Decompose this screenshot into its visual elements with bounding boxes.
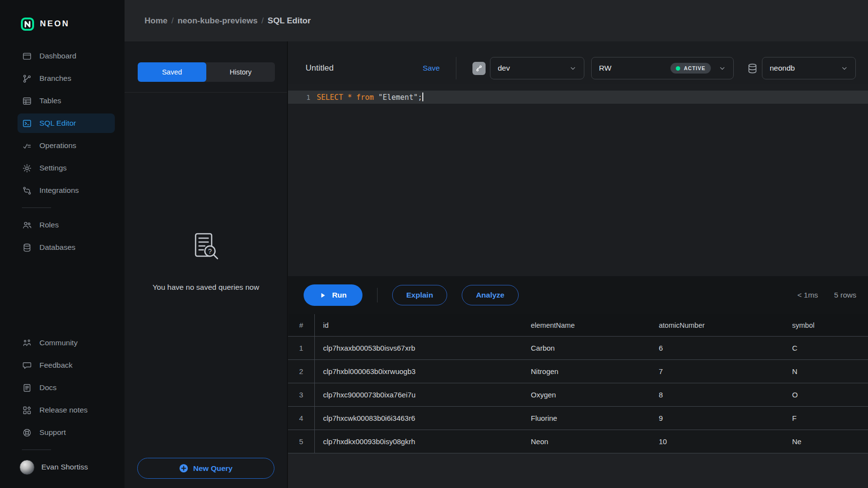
sidebar-item-branches[interactable]: Branches [18,67,115,90]
cell-symbol: N [784,367,868,375]
sidebar-item-label: Docs [39,383,56,392]
sidebar-item-tables[interactable]: Tables [18,90,115,112]
database-icon [22,243,32,253]
toolbar-divider [377,288,378,302]
branch-select-value: dev [498,64,510,73]
sidebar-item-roles[interactable]: Roles [18,214,115,236]
cell-atomicNumber: 9 [651,414,784,422]
query-row-count: 5 rows [834,291,856,300]
user-name: Evan Shortiss [41,463,88,471]
breadcrumb-home[interactable]: Home [145,16,167,25]
column-header: # [288,314,315,336]
query-title[interactable]: Untitled [306,63,334,73]
queries-panel-divider [125,92,287,93]
cell-atomicNumber: 6 [651,344,784,352]
sidebar-item-label: Release notes [39,406,88,414]
users-icon [22,220,32,230]
sidebar-item-community[interactable]: Community [18,332,115,354]
sidebar-item-label: Branches [39,74,71,83]
new-query-label: New Query [193,464,233,473]
operations-icon [22,141,32,151]
breadcrumb-project[interactable]: neon-kube-previews [178,16,257,25]
branch-select[interactable]: dev [490,57,584,79]
queries-panel: Saved History ? You have no saved querie… [125,41,288,488]
sidebar-nav: Dashboard Branches Tables [0,45,125,259]
sidebar-item-databases[interactable]: Databases [18,236,115,259]
cell-symbol: F [784,414,868,422]
play-icon [319,292,326,299]
sidebar-item-support[interactable]: Support [18,421,115,444]
line-number: 1 [288,94,310,101]
compute-select[interactable]: RW ACTIVE [591,57,734,79]
table-row[interactable]: 1 clp7hxaxb00053b0isvs67xrb Carbon 6 C [288,337,868,360]
support-icon [22,428,32,438]
sidebar-item-sql-editor[interactable]: SQL Editor [18,113,115,133]
tab-history[interactable]: History [206,62,275,82]
topbar: Home/neon-kube-previews/SQL Editor [125,0,868,41]
cell-elementName: Nitrogen [523,367,651,375]
explain-button[interactable]: Explain [392,285,447,305]
sidebar-item-operations[interactable]: Operations [18,134,115,157]
table-row[interactable]: 2 clp7hxbl000063b0ixrwuogb3 Nitrogen 7 N [288,360,868,383]
sidebar-item-release-notes[interactable]: Release notes [18,399,115,421]
column-header: id [315,321,523,329]
row-index: 1 [288,337,315,359]
table-row[interactable]: 4 clp7hxcwk00083b0i6i3463r6 Fluorine 9 F [288,407,868,430]
sidebar-item-feedback[interactable]: Feedback [18,354,115,376]
code-text: SELECT * from "Element"; [310,93,423,102]
sql-code-editor[interactable]: 1 SELECT * from "Element"; [288,84,868,276]
sidebar-footer: Community Feedback Docs [0,332,125,488]
sidebar-item-label: Integrations [39,186,79,195]
integrations-icon [22,186,32,196]
sidebar-item-settings[interactable]: Settings [18,157,115,179]
row-index: 2 [288,360,315,383]
sidebar-footer-divider [22,450,51,450]
column-header: symbol [784,321,868,329]
table-header-row: # id elementName atomicNumber symbol [288,314,868,337]
code-line-1[interactable]: 1 SELECT * from "Element"; [288,91,868,104]
neon-logo-icon [21,18,34,31]
sidebar-item-docs[interactable]: Docs [18,376,115,399]
release-notes-icon [22,405,32,415]
save-button[interactable]: Save [423,64,440,73]
sidebar-item-label: Tables [39,96,61,105]
sidebar-item-label: Support [39,428,66,437]
analyze-button[interactable]: Analyze [462,285,519,305]
empty-state-text: You have no saved queries now [152,283,259,292]
sidebar-item-label: Community [39,338,77,347]
database-select[interactable]: neondb [762,57,856,79]
tab-saved[interactable]: Saved [138,62,206,82]
chevron-down-icon [569,65,577,72]
sidebar-item-label: Settings [39,164,67,172]
run-button[interactable]: Run [304,284,362,306]
feedback-icon [22,360,32,371]
sidebar-item-label: Dashboard [39,52,76,60]
database-select-value: neondb [770,64,795,73]
table-row[interactable]: 5 clp7hxdkx00093b0isy08gkrh Neon 10 Ne [288,430,868,453]
status-badge: ACTIVE [670,63,711,74]
table-row[interactable]: 3 clp7hxc9000073b0ixa76ei7u Oxygen 8 O [288,383,868,407]
cell-symbol: C [784,344,868,352]
sidebar-item-label: Feedback [39,361,72,370]
cell-id: clp7hxc9000073b0ixa76ei7u [315,391,523,399]
cell-symbol: O [784,391,868,399]
database-icon [746,62,759,75]
query-stats: < 1ms 5 rows [797,291,856,300]
chevron-down-icon [719,65,726,72]
sidebar-item-label: SQL Editor [39,119,76,128]
new-query-button[interactable]: New Query [137,458,274,479]
empty-state: ? You have no saved queries now [125,231,287,292]
cell-symbol: Ne [784,437,868,446]
brand-logo[interactable]: NEON [0,0,125,34]
breadcrumb-page: SQL Editor [268,16,310,25]
sidebar: NEON Dashboard Branches Tables [0,0,125,488]
run-label: Run [332,291,346,300]
sidebar-item-dashboard[interactable]: Dashboard [18,45,115,67]
sidebar-item-integrations[interactable]: Integrations [18,179,115,202]
text-cursor [422,93,423,101]
branch-button[interactable] [472,62,486,75]
column-header: atomicNumber [651,321,784,329]
user-menu[interactable]: Evan Shortiss [0,456,125,488]
active-dot-icon [676,66,680,71]
branch-icon [22,74,32,84]
